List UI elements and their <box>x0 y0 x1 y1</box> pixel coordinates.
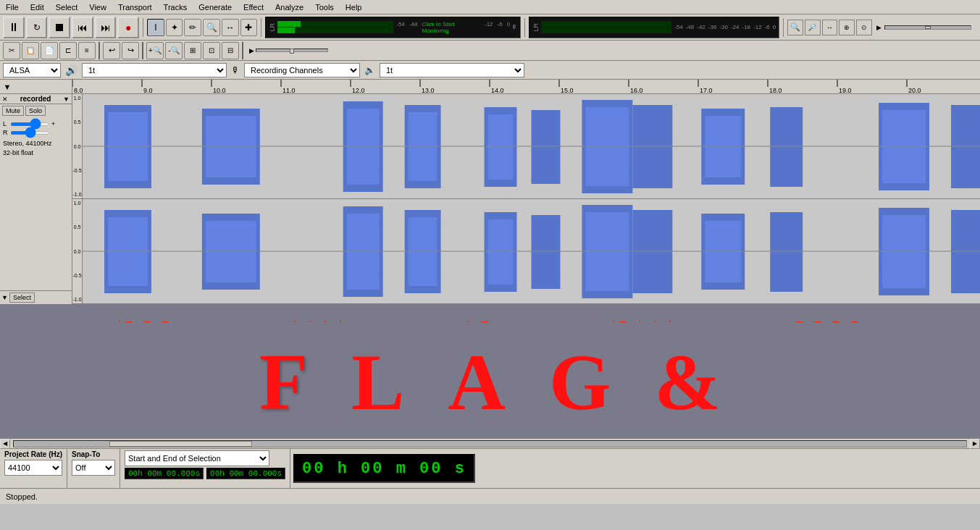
trim-button[interactable]: ⊏ <box>59 42 77 59</box>
menubar: File Edit Select View Transport Tracks G… <box>0 0 980 14</box>
edit-separator <box>99 42 100 59</box>
edit-separator-2 <box>142 42 143 59</box>
menu-select[interactable]: Select <box>50 1 84 13</box>
volume-section: L + R <box>0 117 72 138</box>
zoom-sel-width-button[interactable]: ⊡ <box>203 42 220 59</box>
audio-driver-select[interactable]: ALSA <box>3 63 61 77</box>
snap-to-select[interactable]: Off On <box>72 460 115 476</box>
volume-label: L <box>3 120 9 127</box>
paste-button[interactable]: 📄 <box>41 42 58 59</box>
playback-rate-thumb[interactable] <box>290 49 294 54</box>
playback-rate-icon: ▶ <box>249 47 254 54</box>
audio-driver-section: ALSA <box>3 63 61 77</box>
svg-text:14.0: 14.0 <box>491 87 504 93</box>
play-cursor-button[interactable]: ▼ <box>0 80 14 94</box>
volume-slider[interactable] <box>10 122 50 126</box>
input-scale: -54 -48 Click to Start Monitoring -12 -6… <box>396 21 510 34</box>
selection-tool-button[interactable]: I <box>147 19 164 36</box>
track-info: Stereo, 44100Hz 32-bit float <box>0 138 72 159</box>
project-rate-select[interactable]: 44100 22050 48000 <box>4 460 62 476</box>
envelope-tool-button[interactable]: ✦ <box>166 19 183 36</box>
output-device-select[interactable]: 1t <box>82 63 227 77</box>
menu-effect[interactable]: Effect <box>238 1 269 13</box>
track-bottom-bar: ▼ Select <box>0 290 72 304</box>
pan-row: R <box>3 129 69 136</box>
microphone-icon: 🎙 <box>231 65 240 75</box>
zoom-out-sel-button[interactable]: -🔍 <box>165 42 183 59</box>
zoom-in-sel-button[interactable]: +🔍 <box>146 42 164 59</box>
channel1-waveform[interactable]: 1.0 0.5 0.0 -0.5 -1.0 <box>72 94 980 199</box>
pan-slider[interactable] <box>10 131 50 135</box>
input-vu-bars <box>277 21 393 33</box>
mute-button[interactable]: Mute <box>2 106 24 116</box>
sample-rate-info: Stereo, 44100Hz <box>3 139 69 148</box>
waveform-svg-1 <box>83 94 980 199</box>
timeline-ruler: ▼ 8.0 9.0 10.0 11.0 12.0 13.0 14.0 <box>0 80 980 94</box>
timeshift-tool-button[interactable]: ↔ <box>222 19 239 36</box>
menu-transport[interactable]: Transport <box>112 1 158 13</box>
cut-button[interactable]: ✂ <box>3 42 20 59</box>
scroll-thumb[interactable] <box>109 441 252 447</box>
redo-button[interactable]: ↪ <box>122 42 139 59</box>
rewind-button[interactable]: ⏮ <box>72 17 93 38</box>
svg-rect-40 <box>488 114 514 180</box>
menu-tracks[interactable]: Tracks <box>158 1 193 13</box>
waveform-display[interactable]: 1.0 0.5 0.0 -0.5 -1.0 <box>72 94 980 304</box>
track-close-icon[interactable]: ✕ <box>2 96 8 103</box>
select-track-button[interactable]: Select <box>9 293 35 303</box>
draw-tool-button[interactable]: ✏ <box>184 19 201 36</box>
silence-button[interactable]: ≡ <box>78 42 96 59</box>
morse-group-4: ·– · · · <box>612 315 676 328</box>
solo-button[interactable]: Solo <box>25 106 46 116</box>
recording-channels-select[interactable]: Recording Channels 1 (Mono) 2 (Stereo) <box>244 63 360 77</box>
menu-file[interactable]: File <box>0 1 25 13</box>
time-fields: 00h 00m 00.000s 00h 00m 00.000s <box>125 468 285 479</box>
playback-device-select[interactable]: 1t <box>380 63 524 77</box>
click-to-monitor[interactable]: Click to Start Monitoring <box>422 21 480 34</box>
ffwd-button[interactable]: ⏭ <box>95 17 117 38</box>
zoom-in-button[interactable]: 🔍 <box>787 20 803 35</box>
scroll-left-button[interactable]: ◀ <box>0 439 10 449</box>
horizontal-scrollbar: ◀ ▶ <box>0 438 980 448</box>
output-scale: -54 -48 -42 -36 -30 -24 -18 -12 -6 0 <box>674 24 776 30</box>
zoom-out-button[interactable]: 🔎 <box>805 20 821 35</box>
output-lr-label: LR <box>532 23 540 32</box>
undo-button[interactable]: ↩ <box>103 42 120 59</box>
playback-speed-thumb[interactable] <box>925 26 931 29</box>
speaker-icon: 🔊 <box>65 64 78 76</box>
selection-mode-select[interactable]: Start and End of Selection Start and Len… <box>125 450 269 466</box>
menu-edit[interactable]: Edit <box>25 1 50 13</box>
menu-view[interactable]: View <box>83 1 112 13</box>
zoom-fit-button[interactable]: ↔ <box>822 20 838 35</box>
zoom-sel-button[interactable]: ⊕ <box>839 20 855 35</box>
channel2-waveform[interactable]: 1.0 0.5 0.0 -0.5 -1.0 <box>72 199 980 304</box>
snap-to-section: Snap-To Off On <box>67 449 120 488</box>
menu-generate[interactable]: Generate <box>193 1 238 13</box>
collapse-icon[interactable]: ▼ <box>1 294 8 301</box>
waveform-scale-2: 1.0 0.5 0.0 -0.5 -1.0 <box>72 199 83 303</box>
zoom-reset-button[interactable]: ⊟ <box>222 42 239 59</box>
scroll-right-button[interactable]: ▶ <box>970 439 980 449</box>
svg-rect-47 <box>770 107 803 187</box>
letter-g: G <box>549 342 611 422</box>
zoom-tool-button[interactable]: 🔍 <box>203 19 220 36</box>
svg-text:8.0: 8.0 <box>74 87 83 93</box>
svg-text:10.0: 10.0 <box>213 87 226 93</box>
loop-button[interactable]: ↻ <box>26 17 48 38</box>
record-button[interactable]: ● <box>117 17 139 38</box>
zoom-toggle-button[interactable]: ⊙ <box>856 20 872 35</box>
menu-analyze[interactable]: Analyze <box>269 1 309 13</box>
edit-separator-3 <box>242 42 243 59</box>
separator-4 <box>783 18 784 37</box>
svg-text:9.0: 9.0 <box>143 87 153 93</box>
flag-letters: F L A G & <box>259 342 721 422</box>
pause-button[interactable]: ⏸ <box>3 17 25 38</box>
copy-button[interactable]: 📋 <box>22 42 39 59</box>
stop-button[interactable]: ⏹ <box>49 17 70 38</box>
track-menu-icon[interactable]: ▼ <box>63 96 70 103</box>
multitool-button[interactable]: ✚ <box>240 19 258 36</box>
menu-help[interactable]: Help <box>340 1 368 13</box>
zoom-sel-fit-button[interactable]: ⊞ <box>184 42 201 59</box>
menu-tools[interactable]: Tools <box>309 1 340 13</box>
scroll-track[interactable] <box>13 440 967 447</box>
